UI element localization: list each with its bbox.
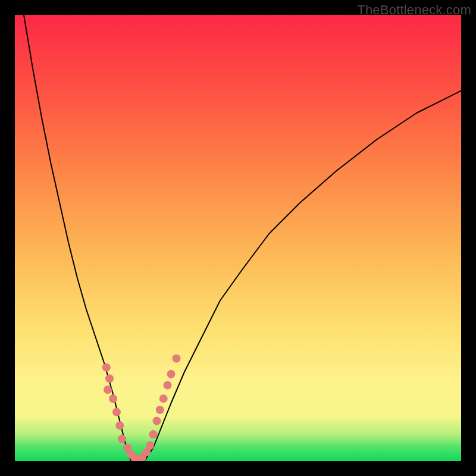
gradient-background bbox=[15, 15, 461, 461]
dot-dots-left bbox=[112, 408, 121, 416]
chart-canvas bbox=[15, 15, 461, 461]
chart-frame: TheBottleneck.com bbox=[0, 0, 476, 476]
dot-dots-right bbox=[164, 381, 172, 390]
dot-dots-left bbox=[115, 421, 124, 430]
dot-dots-left bbox=[109, 394, 117, 403]
dot-dots-left bbox=[105, 374, 114, 383]
dot-dots-left bbox=[104, 386, 112, 394]
dot-dots-left bbox=[102, 364, 111, 372]
plot-area bbox=[15, 15, 461, 461]
dot-dots-right bbox=[156, 406, 164, 414]
dot-dots-right bbox=[159, 394, 168, 403]
dot-dots-right bbox=[153, 417, 161, 425]
dot-dots-right bbox=[173, 355, 181, 363]
dot-dots-right bbox=[167, 370, 176, 378]
watermark-text: TheBottleneck.com bbox=[357, 2, 471, 18]
dot-dots-right bbox=[149, 430, 158, 439]
dot-dots-left bbox=[118, 435, 126, 443]
dot-dots-right bbox=[146, 441, 154, 450]
